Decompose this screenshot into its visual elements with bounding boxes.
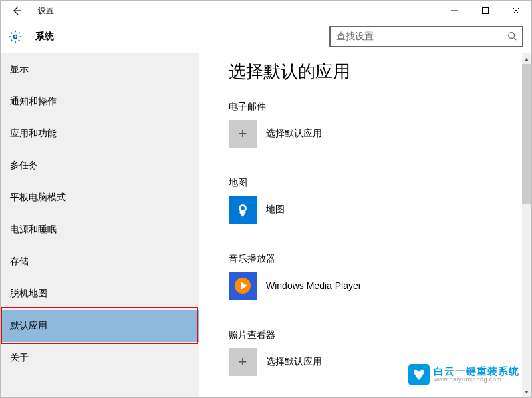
svg-rect-1 [483, 8, 489, 14]
svg-point-5 [509, 32, 515, 38]
sidebar-item-about[interactable]: 关于 [1, 342, 199, 374]
main-title: 选择默认的应用 [229, 60, 531, 83]
maps-app-icon [229, 196, 257, 224]
sidebar-item-label: 电源和睡眠 [10, 224, 57, 236]
sidebar: 显示 通知和操作 应用和功能 多任务 平板电脑模式 电源和睡眠 存储 脱机地图 … [1, 53, 199, 397]
watermark: 白云一键重装系统 www.baiyunxitong.com [408, 364, 519, 385]
minimize-icon [451, 7, 458, 14]
maximize-button[interactable] [470, 1, 501, 21]
scroll-down-arrow-icon[interactable]: ▼ [522, 387, 531, 397]
back-button[interactable] [1, 1, 33, 21]
watermark-cn: 白云一键重装系统 [434, 366, 519, 377]
scroll-thumb[interactable] [522, 64, 531, 204]
app-title: 设置 [33, 5, 54, 17]
header-row: 系统 查找设置 [1, 21, 531, 53]
plus-icon: + [229, 348, 257, 376]
sidebar-item-label: 脱机地图 [10, 288, 47, 300]
page-heading: 系统 [35, 31, 54, 43]
close-icon [513, 7, 519, 14]
category-photo-label: 照片查看器 [229, 329, 531, 341]
sidebar-item-label: 多任务 [10, 160, 38, 172]
sidebar-item-label: 应用和功能 [10, 128, 57, 140]
watermark-logo-icon [408, 364, 430, 385]
sidebar-item-notifications[interactable]: 通知和操作 [1, 85, 199, 118]
app-selector-maps[interactable]: 地图 [229, 196, 531, 224]
maximize-icon [482, 7, 489, 14]
app-selector-email[interactable]: + 选择默认应用 [229, 120, 531, 148]
gear-icon [9, 30, 22, 43]
app-name-label: 选择默认应用 [266, 128, 322, 140]
svg-point-8 [241, 206, 245, 210]
app-selector-music[interactable]: Windows Media Player [229, 272, 531, 300]
search-icon [507, 31, 517, 43]
sidebar-item-label: 显示 [10, 63, 29, 75]
sidebar-item-display[interactable]: 显示 [1, 53, 199, 85]
sidebar-item-power[interactable]: 电源和睡眠 [1, 214, 199, 246]
sidebar-item-tablet[interactable]: 平板电脑模式 [1, 182, 199, 214]
sidebar-item-default-apps[interactable]: 默认应用 [1, 310, 199, 342]
category-maps-label: 地图 [229, 177, 531, 189]
back-arrow-icon [11, 5, 22, 16]
minimize-button[interactable] [439, 1, 470, 21]
sidebar-item-label: 通知和操作 [10, 95, 57, 108]
sidebar-item-label: 默认应用 [10, 320, 47, 332]
sidebar-item-offline-maps[interactable]: 脱机地图 [1, 278, 199, 310]
sidebar-item-multitask[interactable]: 多任务 [1, 150, 199, 182]
app-name-label: 地图 [266, 204, 285, 216]
window-controls [439, 1, 531, 21]
app-name-label: 选择默认应用 [266, 356, 322, 368]
category-music-label: 音乐播放器 [229, 253, 531, 265]
wmp-app-icon [229, 272, 257, 300]
search-input[interactable]: 查找设置 [329, 26, 523, 47]
watermark-text: 白云一键重装系统 www.baiyunxitong.com [434, 366, 519, 383]
app-name-label: Windows Media Player [266, 280, 361, 291]
titlebar: 设置 [1, 1, 531, 21]
sidebar-item-label: 平板电脑模式 [10, 192, 66, 204]
category-email-label: 电子邮件 [229, 101, 531, 113]
sidebar-item-storage[interactable]: 存储 [1, 246, 199, 278]
main-panel: 选择默认的应用 电子邮件 + 选择默认应用 地图 地图 音乐播放器 Window… [199, 53, 531, 397]
scroll-up-arrow-icon[interactable]: ▲ [522, 53, 531, 64]
plus-icon: + [229, 120, 257, 148]
svg-point-4 [14, 35, 17, 39]
main-scrollbar[interactable]: ▲ ▼ [522, 53, 531, 397]
sidebar-item-apps[interactable]: 应用和功能 [1, 118, 199, 150]
sidebar-item-label: 存储 [10, 256, 29, 268]
svg-line-6 [514, 37, 517, 40]
close-button[interactable] [501, 1, 531, 21]
watermark-en: www.baiyunxitong.com [434, 377, 519, 383]
sidebar-item-label: 关于 [10, 352, 29, 364]
content-area: 显示 通知和操作 应用和功能 多任务 平板电脑模式 电源和睡眠 存储 脱机地图 … [1, 53, 531, 397]
search-placeholder: 查找设置 [336, 31, 507, 43]
